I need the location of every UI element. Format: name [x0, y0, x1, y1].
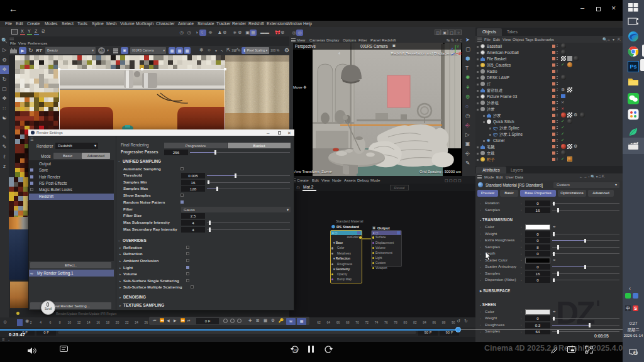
svg-text:Z: Z: [451, 47, 453, 51]
svg-text:Y: Y: [457, 45, 459, 48]
svg-text:10: 10: [293, 348, 297, 352]
